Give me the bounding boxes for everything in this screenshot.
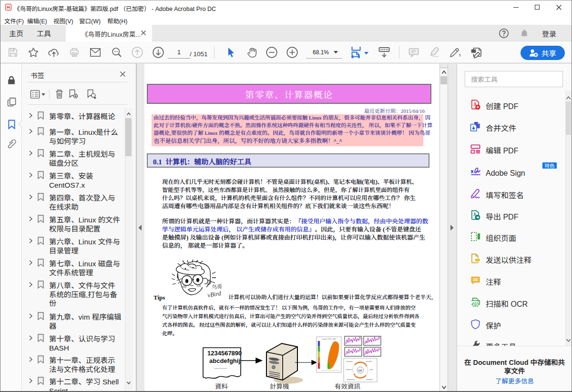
svg-text:emission: emission [346, 361, 353, 362]
svg-text:GM: GM [358, 369, 362, 372]
svg-text:weather: weather [366, 361, 372, 362]
svg-text:abcdefghij: abcdefghij [209, 357, 240, 364]
svg-text:transport: transport [366, 379, 373, 381]
svg-text:1234567890: 1234567890 [207, 350, 242, 357]
svg-text:chemical: chemical [346, 369, 352, 371]
svg-text:deposition: deposition [347, 379, 355, 381]
svg-text:Layer1 SO2 24hr: Layer1 SO2 24hr [322, 338, 337, 340]
svg-text:.........: ......... [214, 364, 227, 370]
svg-text:wind: wind [369, 369, 373, 371]
